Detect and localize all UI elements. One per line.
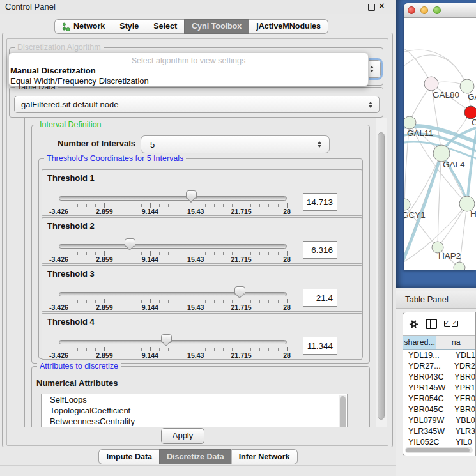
column-header-shared-name[interactable]: shared...	[403, 336, 436, 349]
tab-jactivemnodules[interactable]: jActiveMNodules	[249, 19, 328, 34]
slider-tick	[168, 252, 169, 255]
numerical-attributes-label: Numerical Attributes	[36, 378, 118, 388]
checkbox-icon[interactable]	[452, 321, 458, 327]
attribute-item[interactable]: TopologicalCoefficient	[42, 405, 347, 416]
slider-tick	[278, 252, 279, 255]
network-node[interactable]	[460, 79, 474, 93]
threshold-value-field[interactable]: 14.713	[303, 193, 337, 211]
slider-track[interactable]	[59, 196, 287, 201]
slider-tick	[278, 204, 279, 207]
tab-discretize-data[interactable]: Discretize Data	[159, 449, 231, 464]
scrollbar-thumb[interactable]	[406, 448, 470, 452]
columns-icon[interactable]	[426, 319, 437, 329]
tab-select[interactable]: Select	[146, 19, 184, 34]
checkbox-icon[interactable]	[444, 321, 450, 327]
float-panel-icon[interactable]	[368, 4, 375, 11]
gear-icon[interactable]	[409, 319, 418, 329]
slider-tick-label: 15.43	[187, 351, 204, 359]
group-title: Interval Definition	[37, 120, 104, 129]
node-label: H	[470, 209, 476, 219]
tab-cyni-toolbox[interactable]: Cyni Toolbox	[184, 19, 249, 34]
slider-tick	[259, 300, 260, 303]
cell-shared-name: YIL052C	[403, 437, 452, 448]
tab-network[interactable]: Network	[54, 19, 112, 34]
network-icon	[62, 22, 70, 31]
slider-tick	[77, 252, 78, 255]
slider-tick	[223, 204, 224, 207]
network-node[interactable]	[424, 77, 438, 91]
threshold-value-field[interactable]: 6.316	[303, 241, 337, 259]
slider-thumb[interactable]	[161, 334, 172, 343]
table-row[interactable]: YDR27...YDR2	[403, 361, 475, 372]
network-node[interactable]	[404, 199, 410, 210]
threshold-value-field[interactable]: 11.344	[303, 337, 337, 355]
slider-tick	[68, 252, 68, 255]
numerical-attributes-list[interactable]: SelfLoopsTopologicalCoefficientBetweenne…	[41, 394, 348, 427]
slider-tick	[104, 251, 105, 256]
num-intervals-combobox[interactable]: 5	[141, 135, 330, 153]
network-node[interactable]	[464, 106, 476, 119]
network-node[interactable]	[454, 262, 465, 270]
slider-tick	[132, 348, 132, 351]
slider-tick	[187, 300, 187, 303]
slider-track[interactable]	[59, 292, 287, 296]
table-row[interactable]: YBR043CYBR0	[403, 372, 475, 383]
network-canvas[interactable]: GAL80GACGAL11GAL4GCY1HHAP2	[404, 18, 476, 270]
tab-infer-network[interactable]: Infer Network	[231, 449, 298, 464]
slider-tick	[268, 300, 269, 303]
scrollbar-thumb[interactable]	[378, 132, 385, 420]
close-window-icon[interactable]	[408, 6, 415, 14]
slider-tick-label: 2.859	[96, 256, 112, 263]
attribute-item[interactable]: SelfLoops	[42, 394, 347, 405]
slider-tick	[159, 252, 160, 255]
list-scrollbar[interactable]	[339, 395, 346, 427]
slider-tick	[214, 204, 215, 207]
cell-shared-name: YBR045C	[403, 404, 450, 415]
slider-tick	[287, 347, 288, 351]
tab-impute-data[interactable]: Impute Data	[98, 449, 159, 464]
panel-scrollbar[interactable]	[376, 118, 387, 427]
scrollbar-thumb[interactable]	[340, 396, 346, 427]
slider-tick-label: 21.715	[231, 256, 252, 263]
table-row[interactable]: YIL052CYIL0	[403, 437, 475, 448]
slider-tick-label: 28	[283, 256, 291, 263]
slider-thumb[interactable]	[234, 286, 245, 295]
tab-label: Cyni Toolbox	[192, 20, 242, 33]
dropdown-item-manual-discretization[interactable]: Manual Discretization	[9, 66, 368, 76]
table-row[interactable]: YDL19...YDL1	[403, 350, 475, 361]
slider-tick	[242, 347, 242, 351]
slider-track[interactable]	[59, 244, 287, 249]
dropdown-item-equal-width-frequency[interactable]: Equal Width/Frequency Discretization	[9, 76, 368, 86]
attribute-item[interactable]: BetweennessCentrality	[42, 416, 347, 427]
table-row[interactable]: YBL079WYBL0	[403, 415, 475, 426]
minimize-window-icon[interactable]	[420, 6, 428, 14]
slider-tick	[287, 251, 288, 256]
table-row[interactable]: YER054CYER0	[403, 394, 475, 404]
table-row[interactable]: YPR145WYPR1	[403, 383, 475, 394]
cell-name: YLR3	[452, 426, 475, 437]
slider-thumb[interactable]	[186, 190, 197, 199]
discretize-scroll-viewport: Interval Definition Number of Intervals …	[24, 118, 387, 427]
threshold-value-field[interactable]: 21.4	[303, 289, 337, 307]
table-hscrollbar[interactable]	[405, 447, 473, 453]
table-row[interactable]: YLR345WYLR3	[403, 426, 475, 437]
table-data-combobox[interactable]: galFiltered.sif default node	[14, 96, 380, 113]
tab-style[interactable]: Style	[112, 19, 146, 34]
combo-value: galFiltered.sif default node	[15, 100, 369, 109]
slider-tick	[168, 348, 169, 351]
slider-tick	[59, 203, 59, 208]
zoom-window-icon[interactable]	[433, 6, 441, 14]
apply-button[interactable]: Apply	[161, 428, 204, 444]
close-icon[interactable]: ✕	[378, 1, 385, 11]
slider-tick	[223, 252, 224, 255]
column-header-name[interactable]: na	[436, 336, 475, 349]
network-window-titlebar[interactable]	[404, 3, 476, 18]
slider-thumb[interactable]	[125, 238, 135, 247]
network-node[interactable]	[404, 116, 416, 129]
table-row[interactable]: YBR045CYBR0	[403, 404, 475, 415]
slider-tick	[250, 348, 251, 351]
combo-arrows-icon	[369, 102, 372, 108]
slider-tick	[242, 203, 242, 208]
network-window[interactable]: GAL80GACGAL11GAL4GCY1HHAP2	[404, 3, 476, 270]
slider-track[interactable]	[59, 340, 287, 344]
